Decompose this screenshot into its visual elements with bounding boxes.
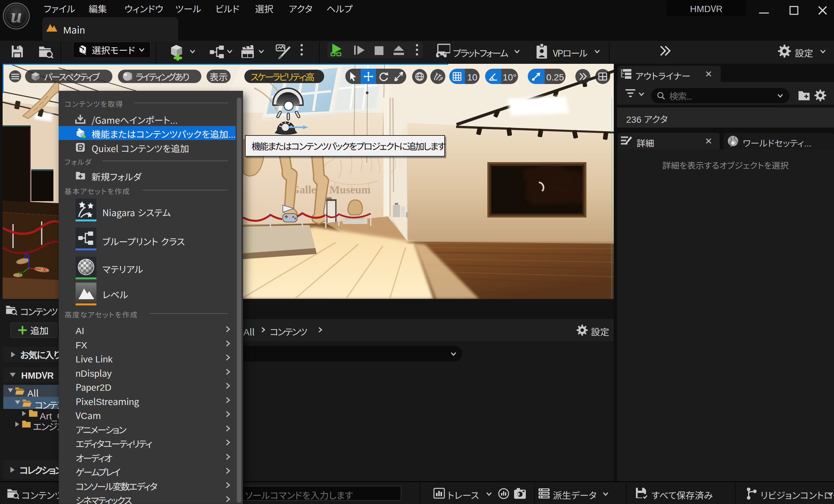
svg-text:u: u <box>11 4 22 27</box>
svg-text:Gallery Museum: Gallery Museum <box>291 184 371 196</box>
svg-text:X: X <box>42 266 47 274</box>
svg-text:Y: Y <box>18 270 22 277</box>
svg-text:Z: Z <box>24 252 28 260</box>
